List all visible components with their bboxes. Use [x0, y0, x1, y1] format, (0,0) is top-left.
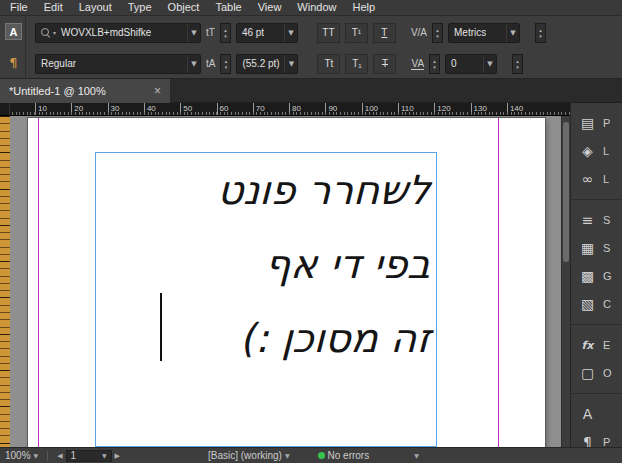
effects-icon: fx: [578, 336, 597, 355]
font-size-value: 46 pt: [237, 27, 264, 38]
dropdown-arrow-icon[interactable]: ▼: [483, 55, 496, 73]
vertical-scrollbar[interactable]: [561, 116, 570, 447]
ruler-number: 20: [71, 103, 83, 115]
small-caps-button[interactable]: Tt: [317, 54, 340, 74]
panel-tab-stroke[interactable]: ≡S: [571, 206, 622, 234]
kerning-stepper[interactable]: ▴▾: [432, 23, 443, 43]
margin-guide-left[interactable]: [38, 118, 39, 447]
swatches-icon: ▦: [578, 239, 597, 258]
kerning-value: Metrics: [449, 27, 486, 38]
panel-tab-label: L: [603, 173, 609, 185]
ruler-number: 10: [35, 103, 47, 115]
previous-page-icon[interactable]: ◀: [57, 452, 62, 460]
subscript-button[interactable]: T₁: [345, 54, 368, 74]
zoom-control[interactable]: 100% ▼: [0, 448, 43, 463]
font-size-stepper[interactable]: ▴▾: [220, 23, 231, 43]
ruler-number: 50: [180, 103, 192, 115]
menu-object[interactable]: Object: [160, 0, 208, 15]
divider: [47, 451, 48, 461]
dropdown-arrow-icon[interactable]: ▼: [506, 24, 519, 42]
close-icon[interactable]: ×: [154, 84, 161, 98]
dropdown-arrow-icon[interactable]: ▼: [284, 55, 297, 73]
leading-combo[interactable]: (55.2 pt) ▼: [236, 54, 298, 74]
kerning-combo[interactable]: Metrics ▼: [448, 23, 520, 43]
panel-tab-gradient[interactable]: ▩G: [571, 262, 622, 290]
font-size-combo[interactable]: 46 pt ▼: [236, 23, 298, 43]
menu-view[interactable]: View: [250, 0, 290, 15]
menu-window[interactable]: Window: [289, 0, 344, 15]
ruler-number: 140: [507, 103, 523, 115]
horizontal-ruler[interactable]: 102030405060708090100110120130140: [10, 103, 570, 116]
all-caps-button[interactable]: TT: [317, 23, 340, 43]
chevron-down-icon: ▼: [285, 452, 290, 459]
chevron-down-icon: ▼: [102, 452, 107, 459]
panel-tab-label: L: [603, 145, 609, 157]
panel-tab-object-styles[interactable]: ▢O: [571, 359, 622, 387]
stroke-icon: ≡: [578, 211, 597, 230]
panel-tab-layers[interactable]: ◈L: [571, 137, 622, 165]
page-number-field[interactable]: 1 ▼: [66, 450, 112, 462]
color-icon: ▧: [578, 295, 597, 314]
menu-edit[interactable]: Edit: [36, 0, 71, 15]
panel-tab-character-styles[interactable]: A: [571, 400, 622, 428]
document-tab[interactable]: *Untitled-1 @ 100% ×: [0, 79, 170, 103]
leading-stepper[interactable]: ▴▾: [220, 54, 231, 74]
document-canvas[interactable]: לשחרר פונטבפי די אףזה מסוכן :): [10, 116, 570, 447]
error-status-label: No errors: [328, 450, 370, 461]
scrollbar-thumb[interactable]: [563, 122, 569, 262]
chevron-down-icon[interactable]: ▼: [414, 452, 419, 459]
paragraph-formatting-toggle[interactable]: ¶: [5, 54, 22, 71]
strikethrough-button[interactable]: T: [373, 54, 396, 74]
margin-guide-right[interactable]: [498, 118, 499, 447]
panel-tab-links[interactable]: ∞L: [571, 165, 622, 193]
panel-tab-label: G: [603, 270, 612, 282]
menu-file[interactable]: File: [2, 0, 36, 15]
menu-layout[interactable]: Layout: [71, 0, 120, 15]
ruler-number: 110: [398, 103, 414, 115]
clipped-stepper[interactable]: ▴▾: [535, 23, 546, 43]
ruler-origin-corner[interactable]: [0, 103, 10, 116]
control-row-2: Regular ▼ tA ▴▾ (55.2 pt) ▼ Tt T₁ T VA ▴…: [27, 48, 622, 79]
clipped-stepper[interactable]: ▴▾: [512, 54, 523, 74]
preflight-profile-label: [Basic] (working): [208, 450, 282, 461]
next-page-icon[interactable]: ▶: [115, 452, 120, 460]
document-text-line[interactable]: לשחרר פונט: [96, 153, 436, 227]
dropdown-arrow-icon[interactable]: ▼: [284, 24, 297, 42]
document-text-line[interactable]: בפי די אף: [96, 227, 436, 301]
ruler-number: 60: [217, 103, 229, 115]
dropdown-arrow-icon[interactable]: ▼: [187, 24, 200, 42]
links-icon: ∞: [578, 170, 597, 189]
menu-help[interactable]: Help: [344, 0, 383, 15]
ruler-number: 120: [434, 103, 450, 115]
panel-tab-color[interactable]: ▧C: [571, 290, 622, 318]
vertical-ruler[interactable]: [0, 116, 10, 447]
type-style-value: Regular: [36, 58, 76, 69]
status-bar: 100% ▼ ◀ 1 ▼ ▶ [Basic] (working) ▼ No er…: [0, 447, 622, 463]
chevron-down-icon: ▼: [34, 452, 39, 459]
panel-tab-effects[interactable]: fxE: [571, 331, 622, 359]
text-frame[interactable]: לשחרר פונטבפי די אףזה מסוכן :): [95, 152, 437, 447]
preflight-menu[interactable]: [Basic] (working) ▼: [203, 448, 295, 463]
panel-tab-swatches[interactable]: ▦S: [571, 234, 622, 262]
font-family-combo[interactable]: ▾ WOVXLB+mdShifke ▼: [35, 23, 201, 43]
character-styles-icon: A: [578, 405, 597, 424]
document-tab-title: *Untitled-1 @ 100%: [9, 85, 106, 97]
superscript-button[interactable]: T¹: [345, 23, 368, 43]
type-style-combo[interactable]: Regular ▼: [35, 54, 201, 74]
menu-table[interactable]: Table: [207, 0, 249, 15]
panel-tab-pages[interactable]: ▤P: [571, 109, 622, 137]
menu-type[interactable]: Type: [120, 0, 160, 15]
ruler-number: 80: [289, 103, 301, 115]
text-cursor: [160, 293, 162, 361]
tracking-combo[interactable]: 0 ▼: [445, 54, 497, 74]
gradient-icon: ▩: [578, 267, 597, 286]
dropdown-arrow-icon[interactable]: ▼: [187, 55, 200, 73]
preflight-status[interactable]: No errors: [313, 448, 375, 463]
document-text-line[interactable]: זה מסוכן :): [96, 301, 436, 375]
character-formatting-toggle[interactable]: A: [5, 23, 22, 40]
panel-tab-paragraph-styles[interactable]: ¶P: [571, 428, 622, 447]
page-number-value: 1: [71, 450, 77, 461]
tracking-stepper[interactable]: ▴▾: [429, 54, 440, 74]
panel-separator: [571, 324, 622, 325]
underline-button[interactable]: T: [373, 23, 396, 43]
